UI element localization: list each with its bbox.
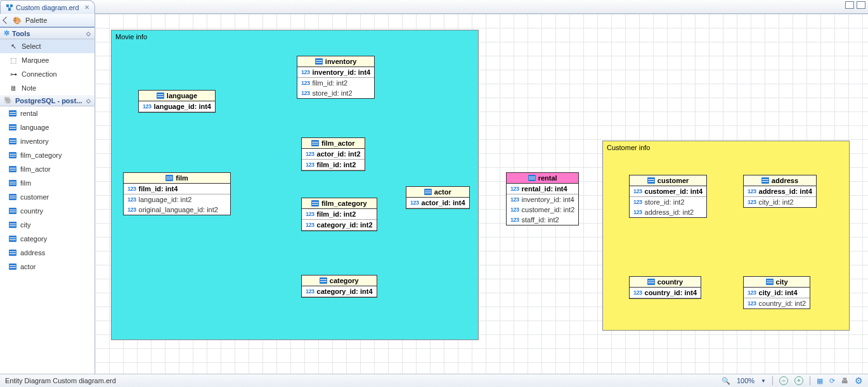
column-text: film_id: int2	[313, 79, 348, 87]
sidebar-table-inventory[interactable]: inventory	[0, 134, 94, 148]
refresh-icon[interactable]: ⟳	[829, 377, 835, 385]
table-icon	[9, 110, 16, 117]
sidebar-table-customer[interactable]: customer	[0, 190, 94, 204]
column-inventory_id[interactable]: 123inventory_id: int4	[507, 194, 578, 205]
column-language_id[interactable]: 123language_id: int4	[139, 101, 215, 112]
column-country_id[interactable]: 123country_id: int4	[630, 288, 701, 298]
entity-customer[interactable]: customer123customer_id: int4123store_id:…	[629, 175, 707, 218]
region-customer-info[interactable]: Customer info	[602, 141, 850, 331]
settings-icon[interactable]: ⚙	[855, 376, 863, 386]
column-store_id[interactable]: 123store_id: int2	[297, 88, 374, 98]
column-address_id[interactable]: 123address_id: int4	[744, 186, 816, 197]
zoom-in-button[interactable]: +	[794, 376, 803, 385]
column-staff_id[interactable]: 123staff_id: int2	[507, 215, 578, 225]
column-film_id[interactable]: 123film_id: int2	[302, 209, 377, 220]
number-icon: 123	[127, 206, 136, 213]
column-text: country_id: int2	[759, 300, 806, 307]
column-actor_id[interactable]: 123actor_id: int2	[302, 149, 365, 160]
section-tools[interactable]: ✲Tools ◇	[0, 28, 94, 39]
sidebar-table-address[interactable]: address	[0, 246, 94, 260]
zoom-dropdown-icon[interactable]: ▼	[761, 378, 766, 384]
tool-select[interactable]: ↖Select	[0, 39, 94, 53]
entity-film_category[interactable]: film_category123film_id: int2123category…	[301, 198, 377, 231]
column-city_id[interactable]: 123city_id: int4	[744, 288, 810, 298]
column-address_id[interactable]: 123address_id: int2	[630, 207, 706, 217]
column-customer_id[interactable]: 123customer_id: int4	[630, 186, 706, 197]
column-text: staff_id: int2	[522, 216, 559, 224]
number-icon: 123	[633, 289, 642, 296]
table-label: film	[20, 179, 31, 187]
entity-rental[interactable]: rental123rental_id: int4123inventory_id:…	[506, 172, 579, 225]
number-icon: 123	[301, 69, 310, 75]
column-film_id[interactable]: 123film_id: int2	[297, 78, 374, 88]
column-category_id[interactable]: 123category_id: int4	[302, 286, 377, 297]
tool-connection[interactable]: ⊶Connection	[0, 67, 94, 81]
close-icon[interactable]: ✕	[84, 4, 89, 11]
column-customer_id[interactable]: 123customer_id: int2	[507, 205, 578, 215]
column-text: inventory_id: int4	[313, 68, 371, 76]
sidebar-table-film[interactable]: film	[0, 176, 94, 190]
entity-header[interactable]: inventory	[297, 56, 374, 67]
column-city_id[interactable]: 123city_id: int2	[744, 197, 816, 207]
minimize-button[interactable]	[845, 1, 854, 9]
entity-language[interactable]: language123language_id: int4	[138, 90, 216, 113]
tool-marquee[interactable]: ⬚Marquee	[0, 53, 94, 67]
print-icon[interactable]: 🖶	[841, 377, 848, 384]
entity-header[interactable]: film_actor	[302, 138, 365, 149]
entity-header[interactable]: customer	[630, 175, 706, 186]
entity-city[interactable]: city123city_id: int4123country_id: int2	[743, 276, 810, 309]
maximize-button[interactable]	[857, 1, 865, 9]
entity-inventory[interactable]: inventory123inventory_id: int4123film_id…	[297, 56, 375, 99]
entity-actor[interactable]: actor123actor_id: int4	[406, 186, 470, 209]
entity-address[interactable]: address123address_id: int4123city_id: in…	[743, 175, 817, 208]
sidebar-table-film_actor[interactable]: film_actor	[0, 162, 94, 176]
entity-header[interactable]: film	[124, 173, 230, 184]
column-inventory_id[interactable]: 123inventory_id: int4	[297, 67, 374, 78]
section-db[interactable]: 🐘PostgreSQL - post... ◇	[0, 95, 94, 106]
sidebar-table-category[interactable]: category	[0, 232, 94, 246]
tool-note[interactable]: 🗎Note	[0, 81, 94, 95]
column-category_id[interactable]: 123category_id: int2	[302, 220, 377, 231]
sidebar-table-actor[interactable]: actor	[0, 260, 94, 274]
sidebar-table-film_category[interactable]: film_category	[0, 148, 94, 162]
entity-film_actor[interactable]: film_actor123actor_id: int2123film_id: i…	[301, 137, 365, 171]
sidebar-table-country[interactable]: country	[0, 204, 94, 218]
zoom-level[interactable]: 100%	[737, 377, 755, 384]
entity-header[interactable]: country	[630, 277, 701, 288]
separator	[772, 376, 773, 385]
entity-country[interactable]: country123country_id: int4	[629, 276, 701, 299]
column-language_id[interactable]: 123language_id: int2	[124, 194, 230, 205]
entity-title: inventory	[325, 58, 357, 65]
column-rental_id[interactable]: 123rental_id: int4	[507, 184, 578, 194]
entity-header[interactable]: rental	[507, 173, 578, 184]
entity-header[interactable]: film_category	[302, 198, 377, 209]
table-icon	[528, 175, 536, 181]
column-store_id[interactable]: 123store_id: int2	[630, 197, 706, 207]
column-original_language_id[interactable]: 123original_language_id: int2	[124, 205, 230, 215]
number-icon: 123	[301, 90, 310, 96]
entity-header[interactable]: address	[744, 175, 816, 186]
table-label: film_actor	[20, 165, 51, 173]
entity-title: category	[330, 277, 359, 284]
tab-custom-diagram[interactable]: Custom diagram.erd ✕	[0, 0, 95, 14]
column-actor_id[interactable]: 123actor_id: int4	[406, 198, 469, 208]
back-icon[interactable]	[3, 16, 10, 23]
sidebar-table-city[interactable]: city	[0, 218, 94, 232]
entity-title: film_category	[321, 200, 367, 207]
column-country_id[interactable]: 123country_id: int2	[744, 298, 810, 308]
entity-category[interactable]: category123category_id: int4	[301, 275, 377, 298]
search-icon[interactable]: 🔍	[722, 377, 730, 385]
entity-header[interactable]: actor	[406, 187, 469, 198]
entity-film[interactable]: film123film_id: int4123language_id: int2…	[123, 172, 231, 215]
table-icon	[9, 250, 16, 256]
sidebar-table-language[interactable]: language	[0, 120, 94, 134]
column-film_id[interactable]: 123film_id: int4	[124, 184, 230, 194]
entity-header[interactable]: category	[302, 276, 377, 286]
sidebar-table-rental[interactable]: rental	[0, 106, 94, 120]
entity-header[interactable]: language	[139, 91, 215, 101]
zoom-out-button[interactable]: −	[779, 376, 788, 385]
column-film_id[interactable]: 123film_id: int2	[302, 160, 365, 170]
entity-header[interactable]: city	[744, 277, 810, 288]
layout-icon[interactable]: ▦	[817, 377, 823, 385]
diagram-canvas[interactable]: Movie info Customer info	[95, 14, 868, 374]
